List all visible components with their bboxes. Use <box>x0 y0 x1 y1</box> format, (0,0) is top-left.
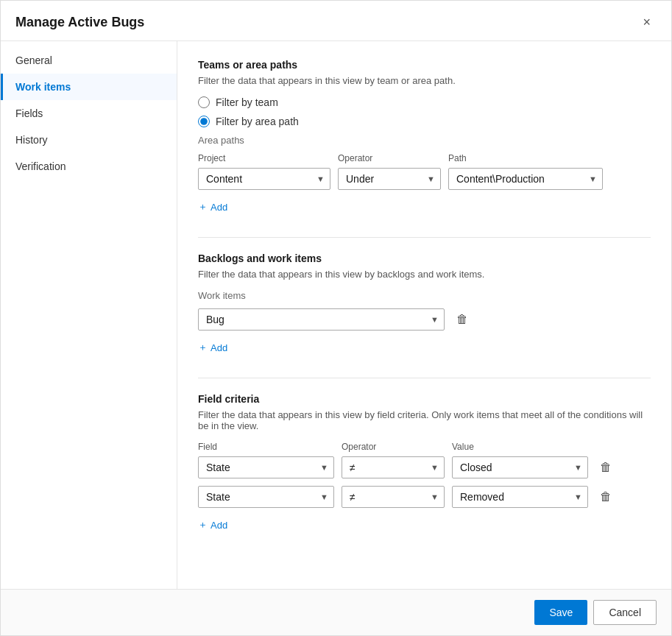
path-select[interactable]: Content\Production <box>448 168 603 190</box>
work-items-row-0: Bug ▼ 🗑 <box>198 308 651 331</box>
close-button[interactable]: × <box>637 13 657 32</box>
field-value-select-1[interactable]: Removed <box>452 486 588 508</box>
field-select-0[interactable]: State <box>198 456 334 478</box>
area-paths-section: Area paths Project Operator Path Content… <box>198 135 651 216</box>
work-item-delete-button-0[interactable]: 🗑 <box>452 310 473 329</box>
teams-section-desc: Filter the data that appears in this vie… <box>198 75 651 86</box>
filter-by-area-radio-label[interactable]: Filter by area path <box>198 116 651 127</box>
area-operator-select-wrap: Under ▼ <box>338 168 441 190</box>
dialog-body: General Work items Fields History Verifi… <box>1 41 671 589</box>
field-criteria-col-labels: Field Operator Value <box>198 442 651 452</box>
backlogs-section: Backlogs and work items Filter the data … <box>198 252 651 357</box>
field-select-wrap-0: State ▼ <box>198 456 334 478</box>
field-delete-button-0[interactable]: 🗑 <box>595 458 616 477</box>
area-operator-select[interactable]: Under <box>338 168 441 190</box>
field-select-1[interactable]: State <box>198 486 334 508</box>
field-value-col-label: Value <box>452 442 588 452</box>
field-col-label: Field <box>198 442 334 452</box>
field-criteria-row-1: State ▼ ≠ ▼ Removed ▼ <box>198 486 651 508</box>
operator-col-label: Operator <box>338 153 441 163</box>
save-button[interactable]: Save <box>534 600 587 625</box>
field-value-select-wrap-0: Closed ▼ <box>452 456 588 478</box>
field-value-select-wrap-1: Removed ▼ <box>452 486 588 508</box>
field-criteria-row-0: State ▼ ≠ ▼ Closed ▼ <box>198 456 651 478</box>
filter-by-team-radio-label[interactable]: Filter by team <box>198 96 651 108</box>
path-col-label: Path <box>448 153 603 163</box>
area-paths-add-button[interactable]: ＋ Add <box>198 197 227 216</box>
manage-active-bugs-dialog: Manage Active Bugs × General Work items … <box>0 0 672 636</box>
sidebar-item-fields[interactable]: Fields <box>1 100 177 127</box>
filter-by-area-radio[interactable] <box>198 116 210 127</box>
project-select-wrap: Content ▼ <box>198 168 330 190</box>
field-criteria-desc: Filter the data that appears in this vie… <box>198 409 651 431</box>
field-op-select-wrap-0: ≠ ▼ <box>342 456 445 478</box>
area-paths-row-0: Content ▼ Under ▼ Content\Pr <box>198 168 651 190</box>
sidebar-item-verification[interactable]: Verification <box>1 153 177 180</box>
radio-group-filter: Filter by team Filter by area path <box>198 96 651 127</box>
field-criteria-title: Field criteria <box>198 393 651 405</box>
field-op-select-wrap-1: ≠ ▼ <box>342 486 445 508</box>
filter-by-team-radio[interactable] <box>198 96 210 108</box>
field-criteria-section: Field criteria Filter the data that appe… <box>198 393 651 534</box>
backlogs-add-button[interactable]: ＋ Add <box>198 338 227 357</box>
field-select-wrap-1: State ▼ <box>198 486 334 508</box>
project-col-label: Project <box>198 153 330 163</box>
field-delete-button-1[interactable]: 🗑 <box>595 487 616 506</box>
divider-2 <box>198 378 651 378</box>
field-op-col-label: Operator <box>342 442 445 452</box>
field-value-select-0[interactable]: Closed <box>452 456 588 478</box>
backlogs-title: Backlogs and work items <box>198 252 651 264</box>
area-paths-col-labels: Project Operator Path <box>198 153 651 163</box>
sidebar: General Work items Fields History Verifi… <box>1 41 177 589</box>
field-op-select-0[interactable]: ≠ <box>342 456 445 478</box>
sidebar-item-work-items[interactable]: Work items <box>1 74 177 100</box>
area-paths-title: Area paths <box>198 135 651 146</box>
divider-1 <box>198 237 651 238</box>
dialog-footer: Save Cancel <box>1 589 671 635</box>
sidebar-item-general[interactable]: General <box>1 47 177 74</box>
sidebar-item-history[interactable]: History <box>1 127 177 153</box>
path-select-wrap: Content\Production ▼ <box>448 168 603 190</box>
teams-section-title: Teams or area paths <box>198 59 651 71</box>
project-select[interactable]: Content <box>198 168 330 190</box>
main-content: Teams or area paths Filter the data that… <box>177 41 671 589</box>
field-criteria-add-button[interactable]: ＋ Add <box>198 515 227 534</box>
work-item-select[interactable]: Bug <box>198 308 445 331</box>
dialog-header: Manage Active Bugs × <box>1 1 671 41</box>
backlogs-desc: Filter the data that appears in this vie… <box>198 269 651 280</box>
work-items-label: Work items <box>198 290 651 301</box>
cancel-button[interactable]: Cancel <box>593 600 657 625</box>
teams-section: Teams or area paths Filter the data that… <box>198 59 651 216</box>
field-op-select-1[interactable]: ≠ <box>342 486 445 508</box>
dialog-title: Manage Active Bugs <box>15 15 144 30</box>
work-item-select-wrap: Bug ▼ <box>198 308 445 331</box>
